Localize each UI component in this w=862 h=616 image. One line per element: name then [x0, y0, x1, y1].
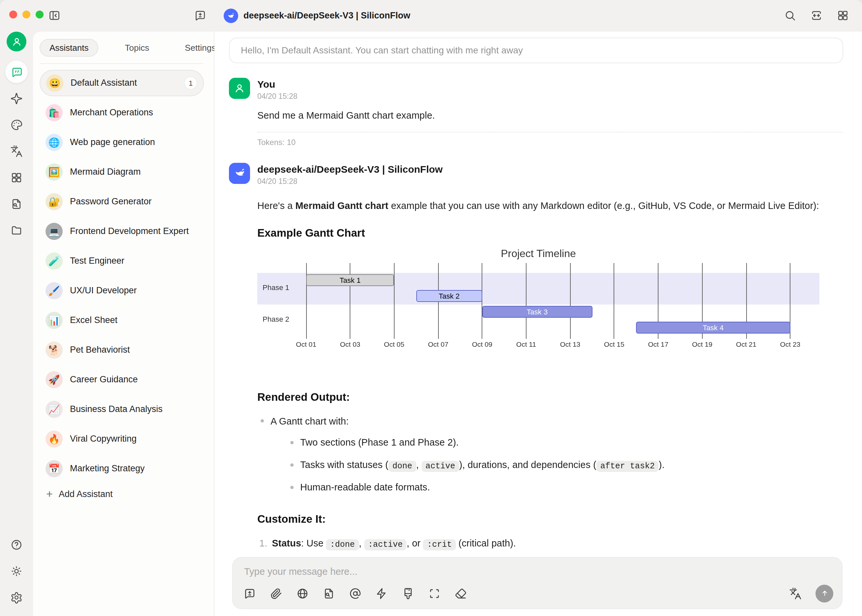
web-search-icon[interactable]	[296, 587, 309, 600]
assistant-item-label: Business Data Analysis	[70, 404, 162, 414]
assistant-list: 😀 Default Assistant 1 🛍️ Merchant Operat…	[33, 69, 214, 481]
sidebar-assistant-item[interactable]: 🔥 Viral Copywriting	[39, 426, 204, 452]
clear-context-icon[interactable]	[455, 587, 467, 600]
list-item: Two sections (Phase 1 and Phase 2).	[287, 436, 843, 450]
tabs-divider	[39, 63, 203, 64]
search-icon[interactable]	[783, 9, 796, 22]
gantt-axis-tick-label: Oct 11	[506, 340, 546, 348]
assistant-emoji-icon: 🌐	[46, 134, 63, 151]
user-avatar[interactable]	[6, 31, 27, 52]
assistant-emoji-icon: 🛍️	[46, 104, 63, 121]
translate-input-icon[interactable]	[789, 587, 802, 600]
sidebar-assistant-item[interactable]: 🧪 Test Engineer	[39, 248, 204, 274]
sidebar-assistant-item[interactable]: 🖌️ UX/UI Developer	[39, 277, 204, 303]
assistant-intro-paragraph: Here's a Mermaid Gantt chart example tha…	[257, 198, 843, 213]
minimize-window-button[interactable]	[22, 11, 30, 19]
assistant-item-label: Pet Behaviorist	[70, 345, 130, 355]
rail-paintings-icon[interactable]	[10, 119, 23, 131]
assistant-message-body: Here's a Mermaid Gantt chart example tha…	[257, 198, 843, 551]
model-title-bar[interactable]: deepseek-ai/DeepSeek-V3 | SiliconFlow	[224, 8, 410, 23]
rail-files-icon[interactable]	[10, 224, 23, 236]
apps-grid-icon[interactable]	[836, 9, 849, 22]
customize-heading: Customize It:	[257, 513, 843, 525]
assistant-item-label: Viral Copywriting	[70, 434, 137, 444]
left-rail	[0, 31, 33, 616]
plus-icon: +	[46, 488, 53, 499]
user-message-header: You 04/20 15:28	[229, 77, 843, 100]
assistant-emoji-icon: 🔐	[46, 193, 63, 210]
user-message-text: Send me a Mermaid Gantt chart example.	[257, 110, 843, 120]
token-count: Tokens: 10	[257, 137, 843, 147]
rendered-output-heading: Rendered Output:	[257, 391, 843, 404]
gantt-grid-line	[526, 263, 526, 339]
gantt-task-bar: Task 2	[416, 290, 482, 302]
sidebar-assistant-item[interactable]: 🚀 Career Guidance	[39, 366, 204, 393]
sidebar: Assistants Topics Settings 😀 Default Ass…	[33, 31, 214, 616]
gantt-task-bar: Task 1	[306, 274, 394, 286]
sidebar-assistant-item[interactable]: 💻 Frontend Development Expert	[39, 218, 204, 244]
rail-help-icon[interactable]	[10, 538, 23, 551]
message-divider	[257, 132, 843, 132]
chat-main: Hello, I'm Default Assistant. You can st…	[214, 31, 862, 616]
message-input-box[interactable]: Type your message here...	[232, 557, 843, 609]
window-controls	[9, 11, 44, 19]
gantt-task-bar: Task 3	[482, 306, 593, 318]
expand-input-icon[interactable]	[428, 587, 441, 600]
assistant-emoji-icon: 🖼️	[46, 163, 63, 180]
assistant-emoji-icon: 📊	[46, 311, 63, 328]
add-assistant-label: Add Assistant	[59, 489, 113, 499]
user-message-avatar[interactable]	[229, 77, 250, 99]
close-window-button[interactable]	[9, 11, 17, 19]
example-gantt-heading: Example Gantt Chart	[257, 227, 843, 239]
message-input-placeholder[interactable]: Type your message here...	[233, 557, 842, 577]
expand-chat-icon[interactable]	[810, 9, 823, 22]
gantt-axis-tick-label: Oct 09	[463, 340, 502, 348]
sidebar-assistant-item[interactable]: 😀 Default Assistant 1	[39, 69, 204, 96]
rail-chat-item[interactable]	[5, 61, 28, 83]
assistant-message-avatar[interactable]	[229, 162, 250, 184]
rail-knowledge-icon[interactable]	[10, 197, 23, 210]
sidebar-assistant-item[interactable]: 🔐 Password Generator	[39, 188, 204, 215]
tab-topics[interactable]: Topics	[116, 39, 159, 56]
user-message-body: Send me a Mermaid Gantt chart example. T…	[257, 110, 843, 147]
gantt-axis-tick-label: Oct 17	[638, 340, 678, 348]
new-context-icon[interactable]	[243, 587, 256, 600]
list-number: 1.	[259, 538, 267, 548]
rail-agents-icon[interactable]	[10, 92, 23, 105]
attachment-icon[interactable]	[270, 587, 282, 600]
send-button[interactable]	[815, 585, 833, 602]
add-assistant-button[interactable]: + Add Assistant	[46, 488, 204, 499]
gantt-axis-tick-label: Oct 03	[330, 340, 370, 348]
sidebar-assistant-item[interactable]: 🖼️ Mermaid Diagram	[39, 159, 204, 185]
rail-translate-icon[interactable]	[10, 145, 23, 157]
new-topic-icon[interactable]	[194, 9, 206, 22]
sidebar-assistant-item[interactable]: 📅 Marketing Strategy	[39, 455, 204, 481]
sidebar-assistant-item[interactable]: 🌐 Web page generation	[39, 129, 204, 155]
mention-model-icon[interactable]	[349, 587, 362, 600]
rail-minapps-icon[interactable]	[10, 171, 23, 184]
sidebar-assistant-item[interactable]: 🐕 Pet Behaviorist	[39, 336, 204, 363]
list-item: Human-readable date formats.	[287, 481, 843, 495]
rail-theme-icon[interactable]	[10, 564, 23, 577]
gantt-task-bar: Task 4	[637, 322, 790, 333]
sidebar-assistant-item[interactable]: 🛍️ Merchant Operations	[39, 99, 204, 126]
sidebar-assistant-item[interactable]: 📊 Excel Sheet	[39, 307, 204, 333]
assistant-message-name: deepseek-ai/DeepSeek-V3 | SiliconFlow	[257, 162, 443, 174]
collapse-sidebar-icon[interactable]	[48, 9, 61, 22]
sidebar-assistant-item[interactable]: 📈 Business Data Analysis	[39, 396, 204, 422]
quick-phrases-icon[interactable]	[375, 587, 388, 600]
assistant-item-label: Password Generator	[70, 196, 152, 206]
gantt-section-label: Phase 1	[263, 283, 289, 291]
tab-assistants[interactable]: Assistants	[39, 39, 99, 57]
gantt-section-label: Phase 2	[263, 315, 289, 323]
assistant-emoji-icon: 📈	[46, 401, 63, 418]
assistant-item-label: Merchant Operations	[70, 107, 153, 117]
paintbrush-icon[interactable]	[402, 587, 414, 600]
assistant-item-label: Web page generation	[70, 137, 155, 147]
chat-scroll-area[interactable]: Hello, I'm Default Assistant. You can st…	[214, 31, 862, 616]
knowledge-base-icon[interactable]	[323, 587, 335, 600]
assistant-item-label: Test Engineer	[70, 256, 124, 266]
rail-settings-icon[interactable]	[10, 591, 23, 603]
zoom-window-button[interactable]	[36, 11, 44, 19]
gantt-axis-tick-label: Oct 01	[286, 340, 326, 348]
